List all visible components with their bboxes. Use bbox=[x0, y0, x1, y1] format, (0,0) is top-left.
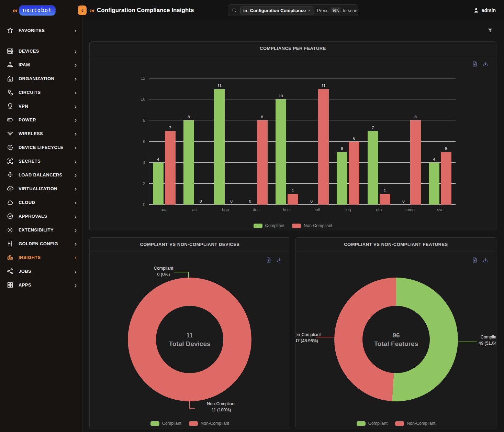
card-title: COMPLIANT VS NON-COMPLIANT FEATURES bbox=[344, 242, 448, 247]
x-tick-label: dns bbox=[241, 207, 271, 212]
search-chip-label: in: Configuration Compliance bbox=[243, 8, 306, 13]
bar-non-compliant bbox=[165, 131, 176, 205]
legend-item-non-compliant[interactable]: Non-Compliant bbox=[395, 421, 435, 426]
sidebar-item-label: DEVICES bbox=[19, 48, 39, 54]
bar-non-compliant bbox=[288, 194, 298, 205]
sidebar-item-vpn[interactable]: VPN› bbox=[0, 99, 82, 113]
sidebar-item-ipam[interactable]: IPAM› bbox=[0, 58, 82, 72]
legend-item-non-compliant[interactable]: Non-Compliant bbox=[189, 421, 229, 426]
legend-swatch bbox=[395, 421, 404, 426]
sidebar-collapse-button[interactable]: ‹ bbox=[78, 6, 87, 15]
non-compliant-slice-label: Non-Compliant 11 (100%) bbox=[187, 401, 256, 413]
bar-value-label: 0 bbox=[231, 199, 233, 203]
bar-value-label: 8 bbox=[261, 115, 263, 119]
chevron-right-icon: › bbox=[75, 48, 77, 54]
download-icon[interactable] bbox=[276, 257, 282, 263]
x-tick-label: snmp bbox=[394, 207, 425, 212]
bar-slot: 0 bbox=[398, 78, 409, 205]
legend-item-compliant[interactable]: Compliant bbox=[254, 223, 284, 228]
legend-item-compliant[interactable]: Compliant bbox=[357, 421, 388, 426]
bar-slot: 4 bbox=[429, 78, 439, 205]
features-donut-card: COMPLIANT VS NON-COMPLIANT FEATURES 96 T… bbox=[295, 237, 496, 429]
chevron-right-icon: › bbox=[75, 103, 77, 109]
sidebar-item-label: CLOUD bbox=[19, 200, 35, 205]
data-view-icon[interactable] bbox=[472, 61, 478, 67]
y-tick-label: 4 bbox=[135, 160, 145, 165]
legend-item-non-compliant[interactable]: Non-Compliant bbox=[292, 223, 332, 228]
data-view-icon[interactable] bbox=[266, 257, 272, 263]
bar-group-svc: 45 bbox=[425, 78, 456, 205]
sidebar-item-apps[interactable]: APPS› bbox=[0, 278, 82, 292]
filter-funnel-icon[interactable] bbox=[487, 28, 493, 33]
card-header: COMPLIANT VS NON-COMPLIANT FEATURES bbox=[296, 238, 496, 251]
username: admin bbox=[482, 8, 496, 13]
label-connector bbox=[457, 342, 477, 342]
sliders-icon bbox=[7, 240, 14, 247]
sidebar-item-label: INSIGHTS bbox=[19, 255, 41, 260]
bar-value-label: 0 bbox=[310, 199, 312, 203]
x-tick-label: svc bbox=[425, 207, 456, 212]
download-icon[interactable] bbox=[482, 61, 489, 67]
sidebar-item-circuits[interactable]: CIRCUITS› bbox=[0, 85, 82, 99]
non-compliant-slice-label: Non-Compliant 47 (48.96%) bbox=[296, 332, 332, 344]
bar-slot: 6 bbox=[349, 78, 359, 205]
x-tick-label: aaa bbox=[149, 207, 179, 212]
logo[interactable]: ››› nautobot bbox=[0, 0, 82, 21]
search-icon bbox=[232, 8, 237, 13]
bar-value-label: 1 bbox=[292, 188, 294, 193]
search-input[interactable]: in: Configuration Compliance × Press ⌘K … bbox=[228, 4, 358, 16]
y-tick-label: 12 bbox=[135, 76, 145, 81]
sidebar-item-jobs[interactable]: JOBS› bbox=[0, 264, 82, 278]
sidebar-item-label: IPAM bbox=[19, 62, 30, 67]
chart-actions bbox=[472, 257, 489, 263]
sidebar-item-load-balancers[interactable]: LOAD BALANCERS› bbox=[0, 168, 82, 182]
bar-slot: 0 bbox=[195, 78, 206, 205]
legend-swatch bbox=[150, 421, 159, 426]
sidebar-item-favorites[interactable]: FAVORITES› bbox=[0, 23, 82, 37]
sidebar-item-secrets[interactable]: SECRETS› bbox=[0, 154, 82, 168]
download-icon[interactable] bbox=[482, 257, 489, 263]
compliant-slice-label: Compliant 0 (0%) bbox=[138, 265, 189, 278]
sidebar-item-organization[interactable]: ORGANIZATION› bbox=[0, 72, 82, 85]
card-header: COMPLIANT VS NON-COMPLIANT DEVICES bbox=[90, 238, 290, 251]
legend-item-compliant[interactable]: Compliant bbox=[150, 421, 181, 426]
search-placeholder-prefix: Press bbox=[317, 8, 328, 13]
legend-label: Compliant bbox=[265, 223, 284, 228]
sidebar-item-extensibility[interactable]: EXTENSIBILITY› bbox=[0, 223, 82, 237]
sidebar-item-devices[interactable]: DEVICES› bbox=[0, 44, 82, 58]
chevron-right-icon: › bbox=[75, 240, 77, 247]
star-icon bbox=[7, 26, 14, 34]
label-connector bbox=[188, 272, 189, 279]
chip-close-icon[interactable]: × bbox=[308, 8, 311, 13]
chevron-right-icon: › bbox=[75, 144, 77, 151]
bar-value-label: 4 bbox=[157, 157, 159, 161]
sidebar-item-wireless[interactable]: WIRELESS› bbox=[0, 127, 82, 140]
sidebar-item-approvals[interactable]: APPROVALS› bbox=[0, 209, 82, 223]
sidebar-item-power[interactable]: POWER› bbox=[0, 113, 82, 127]
features-donut-body: 96 Total Features Non-Compliant 47 (48.9… bbox=[296, 251, 496, 429]
bar-non-compliant bbox=[410, 120, 421, 205]
label-connector bbox=[189, 408, 195, 409]
y-tick-label: 2 bbox=[135, 181, 145, 186]
sidebar-item-label: POWER bbox=[19, 117, 36, 122]
bar-group-log: 56 bbox=[333, 78, 363, 205]
sidebar: ››› nautobot FAVORITES›DEVICES›IPAM›ORGA… bbox=[0, 0, 82, 432]
user-menu[interactable]: admin bbox=[473, 0, 496, 21]
bar-value-label: 0 bbox=[402, 199, 404, 203]
data-view-icon[interactable] bbox=[472, 257, 478, 263]
sidebar-item-device-lifecycle[interactable]: DEVICE LIFECYCLE› bbox=[0, 140, 82, 154]
sidebar-item-insights[interactable]: INSIGHTS› bbox=[0, 250, 82, 264]
slice-name: Compliant bbox=[138, 265, 189, 271]
chevron-right-icon: › bbox=[75, 27, 77, 34]
legend-label: Compliant bbox=[368, 421, 388, 426]
bar-group-snmp: 08 bbox=[394, 78, 425, 205]
bar-group-host: 101 bbox=[271, 78, 302, 205]
sidebar-item-cloud[interactable]: CLOUD› bbox=[0, 195, 82, 209]
sidebar-item-label: SECRETS bbox=[19, 159, 41, 164]
y-tick-label: 0 bbox=[135, 202, 145, 207]
sidebar-item-virtualization[interactable]: VIRTUALIZATION› bbox=[0, 182, 82, 195]
search-filter-chip[interactable]: in: Configuration Compliance × bbox=[240, 7, 314, 14]
search-placeholder-suffix: to search bbox=[343, 8, 358, 13]
devices-donut-ring: 11 Total Devices bbox=[128, 278, 251, 401]
sidebar-item-golden-config[interactable]: GOLDEN CONFIG› bbox=[0, 237, 82, 250]
